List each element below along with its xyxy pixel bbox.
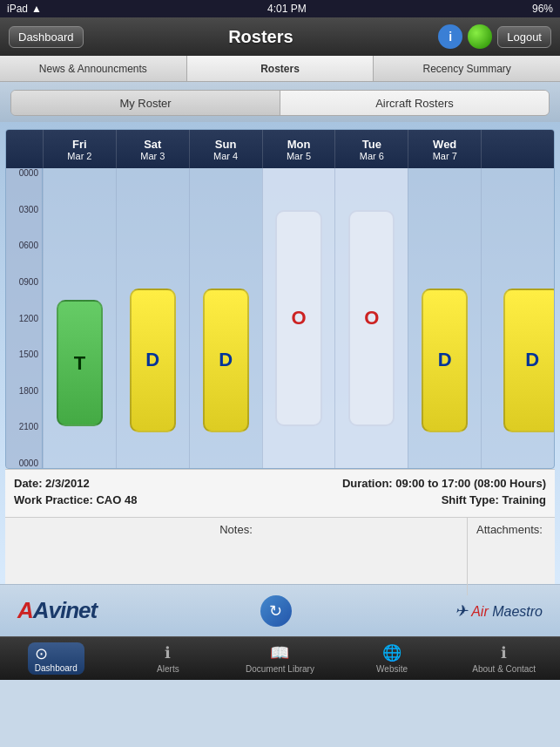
time-0600: 0600 (10, 241, 38, 250)
refresh-icon[interactable]: ↻ (260, 595, 292, 627)
maestro-logo: ✈ Air Maestro (455, 601, 543, 621)
day-column-mon[interactable]: O (262, 168, 335, 468)
shift-block-wed[interactable]: D (422, 289, 468, 432)
bottom-tab-dashboard[interactable]: ⊙ Dashboard (0, 637, 112, 680)
day-column-thu[interactable]: D (481, 168, 554, 468)
bottom-tab-documents[interactable]: 📖 Document Library (224, 637, 336, 680)
day-header-sun: Sun Mar 4 (189, 130, 262, 168)
status-bar: iPad ▲ 4:01 PM 96% (0, 0, 560, 17)
time-display: 4:01 PM (267, 3, 307, 15)
chart-columns: T D D O O D (43, 168, 554, 468)
shift-block-mon[interactable]: O (275, 210, 321, 426)
time-0000-top: 0000 (10, 168, 38, 178)
nav-left: Dashboard (9, 26, 84, 48)
shift-block-tue[interactable]: O (348, 210, 395, 426)
tab-bar-primary: News & Announcments Rosters Recency Summ… (0, 56, 560, 82)
documents-tab-icon: 📖 (270, 643, 289, 662)
bottom-tab-alerts[interactable]: ℹ Alerts (112, 637, 225, 680)
dashboard-button[interactable]: Dashboard (9, 26, 84, 48)
attachments-label: Attachments: (476, 523, 546, 536)
day-header-sat: Sat Mar 3 (116, 130, 189, 168)
time-1200: 1200 (10, 314, 38, 323)
website-tab-icon: 🌐 (382, 643, 401, 662)
day-name-fri: Fri (72, 138, 87, 151)
avinet-logo: AAvinet (17, 597, 97, 624)
notes-attach-panel: Notes: Attachments: (5, 517, 555, 595)
alerts-tab-label: Alerts (157, 664, 179, 674)
maestro-text: Maestro (492, 604, 543, 619)
shift-block-sat[interactable]: D (130, 289, 176, 432)
alerts-tab-icon: ℹ (165, 643, 171, 662)
time-0900: 0900 (10, 277, 38, 287)
about-tab-icon: ℹ (501, 643, 507, 662)
notes-section: Notes: (5, 518, 468, 595)
day-date-fri: Mar 2 (67, 151, 91, 161)
info-panel: Date: 2/3/2012 Duration: 09:00 to 17:00 … (5, 469, 555, 517)
avinet-text: Avinet (33, 597, 97, 623)
documents-tab-label: Document Library (246, 664, 314, 674)
info-row-2: Work Practice: CAO 48 Shift Type: Traini… (14, 493, 546, 506)
device-label: iPad (7, 3, 28, 15)
shift-block-fri[interactable]: T (57, 300, 103, 425)
time-1800: 1800 (10, 386, 38, 396)
nav-bar: Dashboard Rosters i Logout (0, 17, 560, 56)
status-right: 96% (532, 3, 553, 15)
time-0300: 0300 (10, 205, 38, 214)
notes-label: Notes: (14, 523, 458, 536)
about-tab-label: About & Contact (472, 664, 536, 674)
tab-news[interactable]: News & Announcments (0, 56, 187, 81)
tab-recency[interactable]: Recency Summary (374, 56, 560, 81)
day-header-wed: Wed Mar 7 (408, 130, 481, 168)
day-header-thu (481, 130, 554, 168)
bottom-tab-about[interactable]: ℹ About & Contact (448, 637, 560, 680)
time-axis: 0000 0300 0600 0900 1200 1500 1800 2100 … (6, 168, 43, 468)
dashboard-tab-icon: ⊙ (35, 644, 78, 663)
wifi-icon: ▲ (31, 3, 42, 15)
tab-bar-secondary: My Roster Aircraft Rosters (10, 90, 550, 116)
day-column-wed[interactable]: D (408, 168, 481, 468)
tab-rosters[interactable]: Rosters (187, 56, 374, 81)
chart-body: 0000 0300 0600 0900 1200 1500 1800 2100 … (6, 168, 554, 468)
time-0000-bot: 0000 (10, 458, 38, 468)
website-tab-label: Website (376, 664, 408, 674)
time-1500: 1500 (10, 350, 38, 359)
day-header-tue: Tue Mar 6 (334, 130, 408, 168)
shift-block-sun[interactable]: D (203, 289, 249, 432)
dashboard-tab-bg: ⊙ Dashboard (28, 642, 84, 675)
bottom-tab-website[interactable]: 🌐 Website (336, 637, 449, 680)
info-icon[interactable]: i (438, 24, 462, 49)
tab-my-roster[interactable]: My Roster (11, 91, 280, 115)
tab-aircraft-rosters[interactable]: Aircraft Rosters (280, 91, 549, 115)
bottom-tab-bar: ⊙ Dashboard ℹ Alerts 📖 Document Library … (0, 636, 560, 680)
day-header-mon: Mon Mar 5 (262, 130, 335, 168)
date-label: Date: 2/3/2012 (14, 477, 90, 490)
status-left: iPad ▲ (7, 3, 42, 15)
status-indicator (468, 24, 492, 49)
battery-display: 96% (532, 3, 553, 15)
dashboard-tab-label: Dashboard (35, 663, 78, 673)
time-2100: 2100 (10, 422, 38, 431)
shift-block-thu[interactable]: D (503, 289, 554, 432)
day-column-sun[interactable]: D (189, 168, 262, 468)
day-column-fri[interactable]: T (43, 168, 116, 468)
nav-right: i Logout (438, 24, 551, 49)
attachments-section: Attachments: (468, 518, 555, 595)
day-header-fri: Fri Mar 2 (43, 130, 116, 168)
roster-chart: Fri Mar 2 Sat Mar 3 Sun Mar 4 Mon Mar 5 … (5, 129, 555, 469)
day-column-sat[interactable]: D (116, 168, 189, 468)
nav-title: Rosters (228, 27, 293, 47)
main-content: Fri Mar 2 Sat Mar 3 Sun Mar 4 Mon Mar 5 … (0, 122, 560, 584)
shift-type-label: Shift Type: Training (442, 493, 546, 506)
logout-button[interactable]: Logout (497, 26, 551, 48)
day-column-tue[interactable]: O (334, 168, 408, 468)
duration-label: Duration: 09:00 to 17:00 (08:00 Hours) (342, 477, 546, 490)
info-row-1: Date: 2/3/2012 Duration: 09:00 to 17:00 … (14, 477, 546, 490)
work-practice-label: Work Practice: CAO 48 (14, 493, 137, 506)
chart-header: Fri Mar 2 Sat Mar 3 Sun Mar 4 Mon Mar 5 … (6, 130, 554, 168)
